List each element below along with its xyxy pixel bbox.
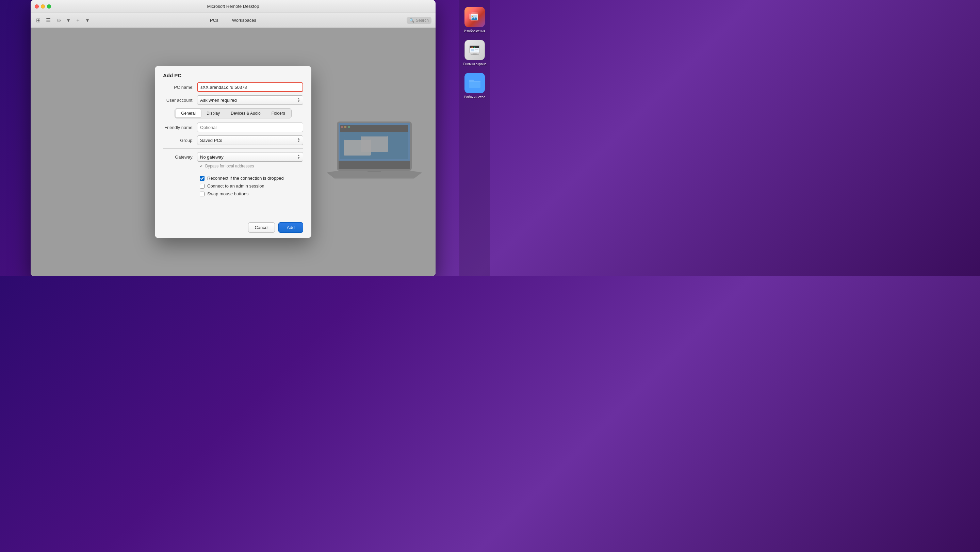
pc-name-input[interactable] (197, 82, 303, 92)
cancel-button[interactable]: Cancel (248, 222, 275, 233)
group-select-wrapper: Saved PCs ▲▼ (197, 135, 303, 145)
svg-rect-31 (473, 53, 477, 54)
add-chevron-icon[interactable]: ▾ (85, 16, 90, 25)
divider-1 (163, 148, 303, 149)
list-icon[interactable]: ☰ (45, 16, 52, 25)
gateway-label: Gateway: (163, 154, 197, 160)
friendly-name-input[interactable] (197, 122, 303, 132)
svg-rect-26 (474, 47, 475, 48)
pc-name-row: PC name: (163, 82, 303, 92)
bypass-checkmark-icon: ✓ (200, 164, 203, 169)
search-label: Search (416, 18, 429, 23)
bypass-label: Bypass for local addresses (205, 164, 254, 169)
search-icon: 🔍 (409, 18, 414, 23)
dock-item-photos[interactable]: Изображения (464, 7, 485, 33)
screenshots-icon (465, 40, 485, 60)
gateway-select-wrapper: No gateway ▲▼ (197, 152, 303, 162)
svg-rect-32 (471, 54, 479, 55)
title-bar: Microsoft Remote Desktop (30, 0, 436, 13)
dialog-footer: Cancel Add (155, 218, 311, 238)
desktop-folder-label: Рабочий стол (464, 95, 485, 99)
group-value: Saved PCs (200, 138, 222, 143)
add-pc-dialog: Add PC PC name: User account: (155, 66, 311, 238)
tab-general[interactable]: General (176, 109, 201, 118)
user-account-select[interactable]: Ask when required ▲▼ (197, 95, 303, 105)
swap-buttons-label: Swap mouse buttons (207, 191, 248, 196)
main-content: Add PC PC name: User account: (30, 28, 436, 276)
reconnect-row: Reconnect if the connection is dropped (163, 176, 303, 181)
tab-workspaces[interactable]: Workspaces (225, 16, 263, 25)
chevron-down-icon[interactable]: ▾ (66, 16, 71, 25)
user-account-label: User account: (163, 98, 197, 103)
select-arrows-icon: ▲▼ (298, 97, 300, 103)
gateway-row: Gateway: No gateway ▲▼ (163, 152, 303, 162)
admin-session-label: Connect to an admin session (207, 183, 264, 189)
svg-rect-25 (472, 47, 473, 48)
photos-label: Изображения (464, 29, 485, 33)
svg-point-19 (472, 16, 473, 17)
toolbar-left: ⊞ ☰ ☺ ▾ ＋ ▾ (35, 15, 90, 25)
swap-buttons-row: Swap mouse buttons (163, 191, 303, 196)
group-row: Group: Saved PCs ▲▼ (163, 135, 303, 145)
close-button[interactable] (35, 5, 39, 8)
tab-display[interactable]: Display (201, 109, 225, 118)
svg-rect-28 (471, 49, 474, 51)
maximize-button[interactable] (47, 5, 51, 8)
smiley-icon[interactable]: ☺ (55, 16, 63, 25)
group-select[interactable]: Saved PCs ▲▼ (197, 135, 303, 145)
divider-2 (163, 172, 303, 172)
friendly-name-label: Friendly name: (163, 125, 197, 130)
toolbar-nav: PCs Workspaces (203, 16, 263, 25)
dock-item-desktop[interactable]: Рабочий стол (464, 73, 485, 99)
tab-bar: General Display Devices & Audio Folders (175, 108, 291, 118)
tab-devices-audio[interactable]: Devices & Audio (225, 109, 266, 118)
grid-icon[interactable]: ⊞ (35, 16, 42, 25)
folder-icon (465, 73, 485, 93)
pc-name-label: PC name: (163, 85, 197, 90)
add-button[interactable]: Add (278, 222, 303, 233)
spacer (163, 199, 303, 213)
photos-icon (465, 7, 485, 27)
user-account-select-wrapper: Ask when required ▲▼ (197, 95, 303, 105)
screenshots-label: Снимки экрана (463, 62, 487, 66)
bypass-row: ✓ Bypass for local addresses (163, 164, 303, 169)
reconnect-checkbox[interactable] (200, 176, 205, 181)
svg-rect-24 (471, 47, 472, 48)
svg-rect-29 (475, 49, 479, 50)
gateway-value: No gateway (200, 154, 224, 160)
desktop: Microsoft Remote Desktop ⊞ ☰ ☺ ▾ ＋ ▾ PCs… (0, 0, 490, 276)
reconnect-label: Reconnect if the connection is dropped (207, 176, 284, 181)
toolbar-right: 🔍 Search (407, 17, 431, 24)
app-window: Microsoft Remote Desktop ⊞ ☰ ☺ ▾ ＋ ▾ PCs… (30, 0, 436, 276)
dock-item-screenshots[interactable]: Снимки экрана (463, 40, 487, 66)
gateway-select-arrows-icon: ▲▼ (298, 154, 300, 160)
admin-session-checkbox[interactable] (200, 184, 205, 189)
dialog-title: Add PC (155, 66, 311, 82)
friendly-name-row: Friendly name: (163, 122, 303, 132)
gateway-select[interactable]: No gateway ▲▼ (197, 152, 303, 162)
admin-session-row: Connect to an admin session (163, 183, 303, 189)
traffic-lights (35, 5, 51, 8)
toolbar: ⊞ ☰ ☺ ▾ ＋ ▾ PCs Workspaces 🔍 Search (30, 13, 436, 28)
swap-buttons-checkbox[interactable] (200, 192, 205, 196)
tab-folders[interactable]: Folders (266, 109, 291, 118)
tab-pcs[interactable]: PCs (203, 16, 225, 25)
dialog-body: PC name: User account: Ask when required… (155, 82, 311, 218)
svg-rect-30 (475, 51, 477, 51)
search-box[interactable]: 🔍 Search (407, 17, 431, 24)
group-select-arrows-icon: ▲▼ (298, 137, 300, 143)
user-account-value: Ask when required (200, 98, 237, 103)
user-account-row: User account: Ask when required ▲▼ (163, 95, 303, 105)
group-label: Group: (163, 138, 197, 143)
modal-overlay: Add PC PC name: User account: (30, 28, 436, 276)
window-title: Microsoft Remote Desktop (207, 4, 259, 9)
add-icon[interactable]: ＋ (74, 15, 82, 25)
right-dock: Изображения Снимки (460, 0, 490, 276)
minimize-button[interactable] (41, 5, 45, 8)
